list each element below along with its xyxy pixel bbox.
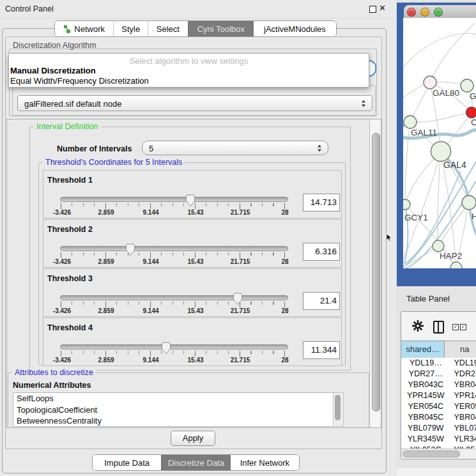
num-intervals-label: Number of Intervals bbox=[57, 144, 132, 153]
threshold-value-field[interactable]: 6.316 bbox=[303, 243, 340, 261]
attributes-title: Attributes to discretize bbox=[12, 368, 96, 377]
close-icon[interactable]: ✕ bbox=[379, 3, 386, 13]
settings-scroll-area: Interval Definition Number of Intervals … bbox=[6, 119, 381, 428]
table-row[interactable]: YBR043CYBR04 bbox=[401, 380, 476, 390]
node-right[interactable] bbox=[462, 196, 476, 210]
list-item[interactable]: SelfLoops bbox=[13, 393, 333, 404]
bottom-right-strip bbox=[397, 468, 476, 476]
interval-definition-title: Interval Definition bbox=[34, 122, 101, 131]
slider-track[interactable] bbox=[60, 344, 288, 349]
tab-impute-data[interactable]: Impute Data bbox=[93, 455, 161, 470]
slider-scale: -3.4262.8599.14415.4321.71528 bbox=[43, 357, 341, 364]
minimize-traffic-light[interactable] bbox=[420, 8, 429, 17]
attributes-scrollbar[interactable] bbox=[333, 392, 344, 427]
tab-jactivemnodules[interactable]: jActiveMNodules bbox=[254, 21, 336, 36]
top-tab-bar: Network Style Select Cyni Toolbox jActiv… bbox=[54, 20, 337, 37]
gear-icon[interactable] bbox=[412, 320, 424, 332]
slider-track[interactable] bbox=[60, 246, 288, 251]
column-selector-icon[interactable] bbox=[433, 321, 444, 334]
attributes-group: Attributes to discretize Numerical Attri… bbox=[8, 372, 369, 428]
threshold-value-field[interactable]: 11.344 bbox=[303, 341, 340, 359]
tab-label: Infer Network bbox=[240, 458, 289, 468]
slider-thumb[interactable] bbox=[185, 194, 196, 207]
threshold-slider[interactable]: -3.4262.8599.14415.4321.71528 bbox=[43, 291, 341, 316]
node-gal11[interactable] bbox=[404, 116, 417, 128]
interval-definition-group: Interval Definition Number of Intervals … bbox=[29, 127, 351, 371]
node-top-right[interactable] bbox=[461, 79, 473, 92]
threshold-row-3: Threshold 3 -3.4262.8599.14415.4321.7152… bbox=[43, 268, 342, 317]
threshold-row-1: Threshold 1 -3.4262.8599.14415.4321.7152… bbox=[43, 170, 342, 219]
table-row[interactable]: YPR145WYPR14 bbox=[401, 390, 476, 401]
settings-scrollbar[interactable] bbox=[369, 119, 381, 427]
table-row[interactable]: YBR045CYBR04 bbox=[401, 412, 476, 423]
slider-thumb[interactable] bbox=[161, 342, 171, 355]
column-header-shared-name[interactable]: shared… bbox=[401, 341, 445, 358]
spinner-arrows-icon bbox=[318, 144, 322, 151]
tab-label: Style bbox=[121, 24, 140, 34]
table-data-combobox[interactable]: galFiltered.sif default node bbox=[17, 95, 372, 111]
table-header-row: shared… na bbox=[401, 341, 476, 358]
apply-button[interactable]: Apply bbox=[171, 431, 215, 446]
node-gal80[interactable] bbox=[424, 76, 436, 89]
list-item[interactable]: BetweennessCentrality bbox=[13, 415, 333, 427]
table-row[interactable]: YER054CYER05 bbox=[401, 401, 476, 412]
control-panel-header: Control Panel ✕ bbox=[0, 0, 396, 19]
table-horizontal-scrollbar[interactable] bbox=[401, 449, 476, 458]
slider-track[interactable] bbox=[60, 197, 288, 202]
tab-style[interactable]: Style bbox=[113, 21, 148, 36]
tab-cyni-toolbox[interactable]: Cyni Toolbox bbox=[188, 21, 254, 36]
popup-option-equal-width[interactable]: Equal Width/Frequency Discretization bbox=[10, 76, 149, 86]
threshold-label: Threshold 1 bbox=[47, 176, 93, 185]
close-traffic-light[interactable] bbox=[407, 8, 416, 17]
list-item[interactable]: TopologicalCoefficient bbox=[13, 404, 333, 416]
table-panel-title: Table Panel bbox=[406, 294, 450, 303]
node-label: GAL11 bbox=[411, 128, 437, 137]
numerical-attributes-label: Numerical Attributes bbox=[13, 381, 91, 390]
discretization-algorithm-title: Discretization Algorithm bbox=[13, 41, 96, 50]
scrollbar-thumb[interactable] bbox=[403, 450, 460, 457]
column-header-name[interactable]: na bbox=[445, 341, 476, 358]
float-icon[interactable] bbox=[369, 6, 376, 13]
num-intervals-combobox[interactable]: 5 bbox=[142, 141, 328, 155]
tab-network[interactable]: Network bbox=[55, 21, 113, 36]
network-canvas[interactable]: GAL80 GA C GAL11 GAL4 GCY1 H HAP2 bbox=[403, 18, 476, 268]
threshold-row-4: Threshold 4 -3.4262.8599.14415.4321.7152… bbox=[43, 318, 342, 366]
table-data-value: galFiltered.sif default node bbox=[24, 98, 121, 108]
zoom-traffic-light[interactable] bbox=[434, 8, 443, 17]
slider-thumb[interactable] bbox=[233, 293, 243, 305]
threshold-slider[interactable]: -3.4262.8599.14415.4321.71528 bbox=[43, 340, 341, 365]
slider-scale: -3.4262.8599.14415.4321.71528 bbox=[43, 209, 341, 217]
node-red[interactable] bbox=[466, 107, 476, 118]
panel-title: Control Panel bbox=[5, 4, 54, 13]
node-gcy1[interactable] bbox=[403, 199, 410, 210]
tab-label: Network bbox=[74, 24, 105, 34]
slider-scale: -3.4262.8599.14415.4321.71528 bbox=[43, 307, 341, 315]
threshold-value-field[interactable]: 14.713 bbox=[303, 194, 340, 211]
spinner-arrows-icon bbox=[362, 100, 366, 107]
threshold-value-field[interactable]: 21.4 bbox=[303, 292, 340, 310]
threshold-row-2: Threshold 2 -3.4262.8599.14415.4321.7152… bbox=[43, 219, 342, 268]
checkbox-icon[interactable]: ✓ bbox=[452, 324, 459, 330]
checkbox-icon[interactable]: ✓ bbox=[460, 324, 466, 330]
threshold-label: Threshold 2 bbox=[47, 225, 93, 234]
node-hap2[interactable] bbox=[433, 240, 444, 252]
tab-label: Select bbox=[157, 24, 180, 34]
table-row[interactable]: YLR345WYLR34 bbox=[401, 434, 476, 445]
tab-label: Discretize Data bbox=[168, 458, 224, 468]
popup-option-manual[interactable]: Manual Discretization bbox=[10, 66, 96, 75]
scrollbar-thumb[interactable] bbox=[335, 395, 341, 420]
tab-infer-network[interactable]: Infer Network bbox=[231, 455, 299, 470]
tab-discretize-data[interactable]: Discretize Data bbox=[161, 455, 230, 470]
slider-thumb[interactable] bbox=[125, 243, 135, 256]
threshold-slider[interactable]: -3.4262.8599.14415.4321.71528 bbox=[43, 242, 341, 267]
scrollbar-thumb[interactable] bbox=[372, 133, 380, 411]
bottom-tab-bar: Impute Data Discretize Data Infer Networ… bbox=[92, 454, 300, 471]
table-row[interactable]: YDL19…YDL19 bbox=[401, 358, 476, 369]
table-row[interactable]: YDR27…YDR27 bbox=[401, 369, 476, 380]
tab-select[interactable]: Select bbox=[148, 21, 188, 36]
node-gal4[interactable] bbox=[431, 142, 451, 162]
threshold-slider[interactable]: -3.4262.8599.14415.4321.71528 bbox=[43, 192, 341, 218]
node-label: H bbox=[472, 211, 476, 221]
slider-track[interactable] bbox=[60, 295, 288, 300]
table-row[interactable]: YBL079WYBL07 bbox=[401, 423, 476, 434]
